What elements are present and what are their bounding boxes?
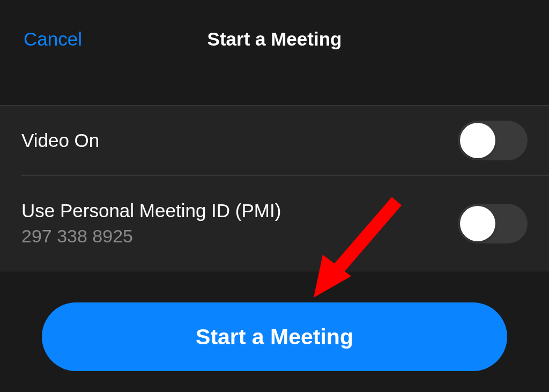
start-meeting-button[interactable]: Start a Meeting [42,302,507,371]
pmi-row: Use Personal Meeting ID (PMI) 297 338 89… [21,175,549,271]
toggle-knob-icon [460,123,495,158]
status-bar [0,0,549,10]
pmi-value: 297 338 8925 [21,226,281,247]
action-container: Start a Meeting [0,271,549,371]
video-on-label: Video On [21,130,99,151]
pmi-label: Use Personal Meeting ID (PMI) [21,200,281,221]
video-on-label-group: Video On [21,130,99,151]
pmi-toggle[interactable] [458,204,528,243]
pmi-label-group: Use Personal Meeting ID (PMI) 297 338 89… [21,200,281,247]
spacer [0,69,549,105]
header: Cancel Start a Meeting [0,10,549,69]
settings-group: Video On Use Personal Meeting ID (PMI) 2… [0,105,549,271]
cancel-button[interactable]: Cancel [24,28,82,50]
video-on-toggle[interactable] [458,121,528,160]
toggle-knob-icon [460,206,495,241]
page-title: Start a Meeting [207,28,342,50]
video-on-row: Video On [0,106,549,175]
